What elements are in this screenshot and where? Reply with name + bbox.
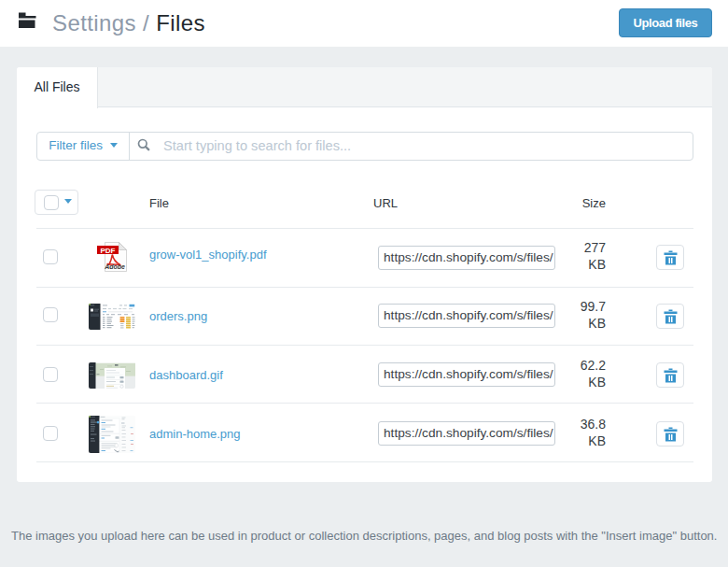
svg-text:PDF: PDF xyxy=(101,247,116,255)
svg-text:Adobe: Adobe xyxy=(104,263,125,270)
